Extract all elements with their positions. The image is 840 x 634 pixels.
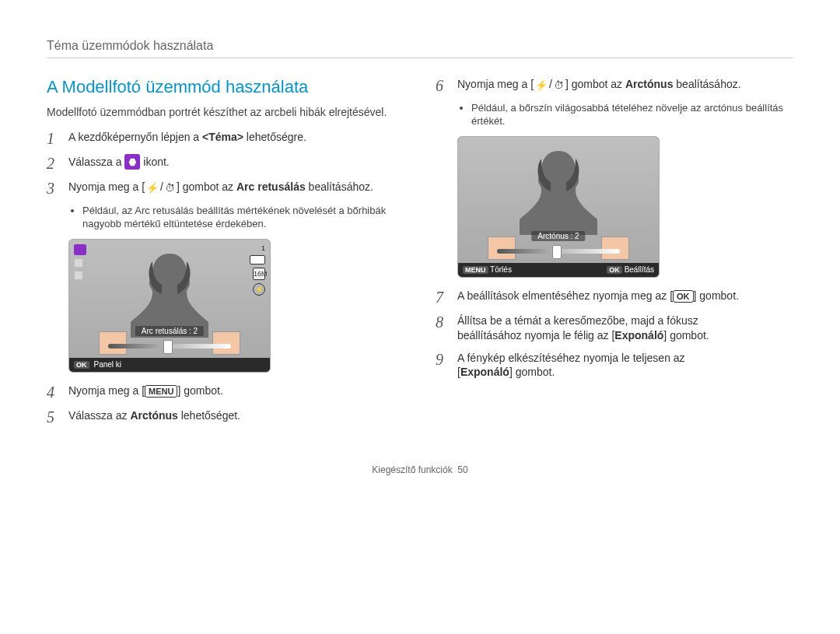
cam-right-status-icons: 1 16M ⚡ — [250, 244, 265, 296]
keyword-face-tone: Arctónus — [625, 78, 673, 90]
retouch-slider — [108, 344, 231, 349]
preview-thumb — [212, 331, 240, 355]
step-9: 9 A fénykép elkészítéséhez nyomja le tel… — [436, 351, 793, 380]
keyword-face-retouch: Arc retusálás — [236, 180, 306, 193]
footer-label: Törlés — [490, 265, 512, 274]
step-3-note: Például, az Arc retusálás beállítás mért… — [68, 205, 404, 231]
flash-status-icon: ⚡ — [253, 283, 265, 296]
timer-icon: ⏱ — [163, 181, 177, 195]
step-6: 6 Nyomja meg a [⚡/⏱] gombot az Arctónus … — [436, 77, 793, 94]
footer-section: Kiegészítő funkciók — [372, 464, 452, 475]
camera-screenshot-facetone: Arctónus : 2 MENU Törlés — [457, 136, 660, 278]
camera-screenshot-retouch: 1 16M ⚡ Arc retusálás : 2 — [68, 239, 271, 373]
cam-footer: OK Panel ki — [69, 358, 270, 372]
keyword-shutter: Exponáló — [614, 329, 663, 342]
step-number: 4 — [47, 384, 61, 401]
footer-label: Panel ki — [94, 360, 122, 369]
step-text: lehetőséget. — [178, 409, 240, 422]
right-column: 6 Nyomja meg a [⚡/⏱] gombot az Arctónus … — [436, 77, 793, 433]
status-icon — [74, 258, 83, 268]
step-text: ikont. — [143, 156, 169, 168]
step-text: Válassza az — [68, 409, 130, 422]
keyword-face-tone: Arctónus — [130, 409, 177, 422]
step-text: Nyomja meg a [ — [68, 384, 145, 397]
step-text: bealításához. — [673, 78, 740, 90]
step-text: ] gombot. — [663, 329, 709, 342]
left-column: A Modellfotó üzemmód használata Modellfo… — [47, 77, 404, 433]
section-title: A Modellfotó üzemmód használata — [47, 77, 404, 97]
step-number: 3 — [47, 180, 61, 197]
step-7: 7 A beállítások elmentéséhez nyomja meg … — [436, 289, 793, 306]
footer-label: Beállítás — [625, 265, 654, 274]
preview-thumb — [99, 331, 127, 355]
step-number: 5 — [47, 408, 61, 426]
step-text: A kezdőképernyőn lépjen a — [68, 131, 202, 143]
step-number: 8 — [436, 313, 450, 331]
step-text: A beállítások elmentéséhez nyomja meg az… — [457, 289, 673, 302]
step-text: ] gombot az — [177, 180, 236, 193]
intro-text: Modellfotó üzemmódban portrét készíthet … — [47, 105, 404, 119]
battery-icon — [250, 255, 265, 264]
step-2: 2 Válassza a ikont. — [47, 155, 404, 172]
step-text: Állítsa be a témát a keresőmezőbe, majd … — [457, 314, 698, 327]
step-8: 8 Állítsa be a témát a keresőmezőbe, maj… — [436, 313, 793, 343]
card-icon: 16M — [253, 268, 265, 280]
cam-left-status-icons — [74, 244, 86, 280]
page-footer: Kiegészítő funkciók 50 — [47, 464, 793, 475]
portrait-silhouette — [115, 246, 224, 339]
step-text: Nyomja meg a [ — [68, 180, 145, 193]
step-text: bealításához. — [306, 180, 373, 193]
counter-label: 1 — [261, 244, 265, 252]
cam-footer: MENU Törlés OK Beállítás — [458, 263, 659, 277]
facetone-slider — [497, 249, 620, 254]
step-text: lehetőségre. — [243, 131, 306, 143]
menu-button-icon: MENU — [145, 385, 177, 398]
ok-chip: OK — [74, 361, 89, 369]
menu-chip: MENU — [463, 266, 488, 274]
step-text: ] gombot. — [694, 289, 739, 302]
step-5: 5 Válassza az Arctónus lehetőséget. — [47, 408, 404, 426]
ok-button-icon: OK — [673, 290, 694, 303]
timer-icon: ⏱ — [552, 79, 565, 93]
step-number: 7 — [436, 289, 450, 306]
step-text: A fénykép elkészítéséhez nyomja le telje… — [457, 352, 685, 364]
step-1: 1 A kezdőképernyőn lépjen a <Téma> lehet… — [47, 130, 404, 147]
beauty-mode-icon — [124, 154, 140, 170]
step-number: 2 — [47, 155, 61, 172]
breadcrumb: Téma üzemmódok használata — [47, 39, 793, 58]
ok-chip: OK — [607, 266, 622, 274]
flash-icon: ⚡ — [534, 79, 549, 93]
step-3: 3 Nyomja meg a [⚡/⏱] gombot az Arc retus… — [47, 180, 404, 197]
keyword-shutter: Exponáló — [460, 366, 509, 378]
step-text: Válassza a — [68, 156, 124, 168]
step-number: 9 — [436, 351, 450, 368]
note-item: Például, az Arc retusálás beállítás mért… — [82, 205, 404, 231]
step-number: 6 — [436, 77, 450, 94]
step-text: Nyomja meg a [ — [457, 78, 534, 90]
preview-thumb — [601, 236, 629, 260]
flash-icon: ⚡ — [145, 181, 160, 195]
step-6-note: Például, a bőrszín világosabbá tételéhez… — [457, 102, 793, 128]
status-icon — [74, 271, 83, 280]
preview-thumb — [488, 236, 516, 260]
step-number: 1 — [47, 130, 61, 147]
step-4: 4 Nyomja meg a [MENU] gombot. — [47, 384, 404, 401]
step-text: ] gombot az — [565, 78, 625, 90]
footer-page-number: 50 — [457, 464, 467, 475]
note-item: Például, a bőrszín világosabbá tételéhez… — [471, 102, 793, 128]
step-text: ] gombot. — [509, 366, 555, 378]
keyword-theme: <Téma> — [202, 131, 243, 143]
step-text: beállításához nyomja le félig az [ — [457, 329, 614, 342]
step-text: ] gombot. — [177, 384, 222, 397]
portrait-silhouette — [504, 143, 613, 236]
mode-icon — [74, 244, 86, 255]
